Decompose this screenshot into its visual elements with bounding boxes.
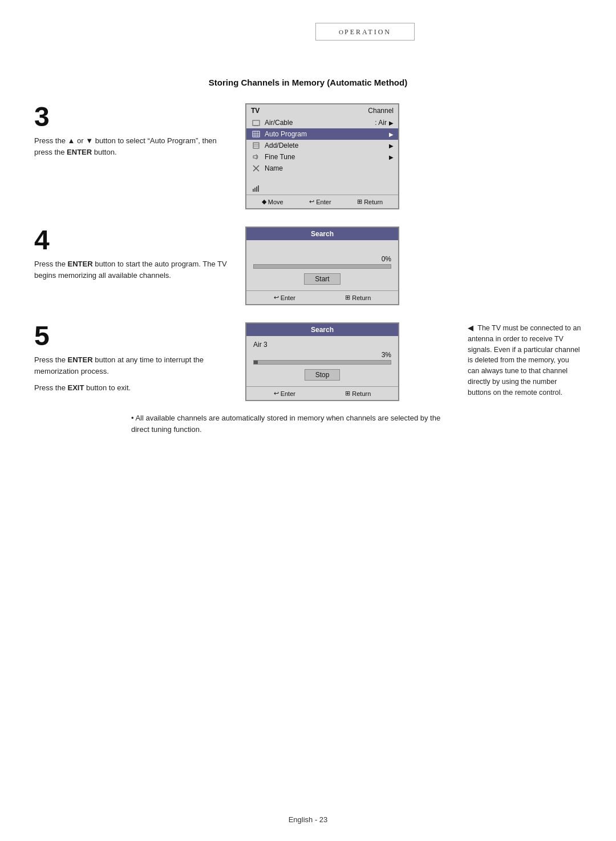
- step-5-left-block: 5 Press the ENTER button at any time to …: [34, 322, 456, 401]
- step-5-number: 5: [34, 322, 234, 350]
- menu-row-aircable: Air/Cable : Air ▶: [246, 117, 398, 128]
- svg-rect-18: [258, 185, 259, 192]
- step-5-desc: Press the ENTER button at any time to in…: [34, 354, 234, 377]
- search-body-5: Air 3 3% Stop: [246, 336, 398, 386]
- search-footer-4: ↩ Enter ⊞ Return: [246, 290, 398, 304]
- step-4-desc: Press the ENTER button to start the auto…: [34, 258, 234, 281]
- search-body-4: 0% Start: [246, 240, 398, 290]
- step-4: 4 Press the ENTER button to start the au…: [34, 227, 582, 305]
- arrow-autoprogram: ▶: [389, 131, 394, 138]
- start-button[interactable]: Start: [304, 273, 340, 285]
- list-icon: [251, 141, 261, 149]
- menu-text-finetune: Fine Tune: [265, 153, 389, 161]
- tv-label: TV: [251, 107, 260, 115]
- svg-rect-17: [256, 187, 257, 192]
- footer-enter-label: Enter: [316, 199, 331, 205]
- speaker-icon: [251, 153, 261, 161]
- header-title: OPERATION: [339, 27, 391, 36]
- section-title: Storing Channels in Memory (Automatic Me…: [34, 78, 582, 87]
- search-progress-fill-5: [254, 361, 258, 364]
- search-progress-bar-4: [253, 264, 391, 269]
- move-icon: ◆: [262, 198, 266, 205]
- step-5-extra: Press the EXIT button to exit.: [34, 382, 234, 394]
- menu-text-adddelete: Add/Delete: [265, 141, 389, 149]
- enter-icon-4: ↩: [274, 294, 279, 301]
- svg-rect-4: [253, 131, 260, 137]
- footer-enter-5: ↩ Enter: [274, 390, 295, 397]
- menu-text-autoprogram: Auto Program: [265, 130, 389, 138]
- step-5-left: 5 Press the ENTER button at any time to …: [34, 322, 245, 394]
- menu-row-finetune: Fine Tune ▶: [246, 151, 398, 163]
- svg-rect-9: [253, 143, 259, 148]
- header-box: OPERATION: [315, 23, 415, 41]
- step-3-number: 3: [34, 103, 234, 131]
- search-header-5: Search: [246, 324, 398, 336]
- step-3-desc: Press the ▲ or ▼ button to select “Auto …: [34, 135, 234, 157]
- svg-rect-16: [254, 188, 256, 192]
- step-3-screen: TV Channel Air/Cable : Air ▶: [245, 103, 399, 209]
- menu-row-name: Name: [246, 163, 398, 174]
- svg-rect-0: [253, 120, 260, 126]
- arrow-adddelete: ▶: [389, 143, 394, 149]
- menu-row-autoprogram: Auto Program ▶: [246, 128, 398, 140]
- search-channel-5: Air 3: [253, 341, 391, 349]
- footer-move: ◆ Move: [262, 198, 283, 205]
- stop-button[interactable]: Stop: [305, 369, 341, 381]
- svg-marker-12: [253, 155, 257, 159]
- menu-row-adddelete: Add/Delete ▶: [246, 140, 398, 151]
- grid-icon: [251, 130, 261, 138]
- footer-move-label: Move: [268, 199, 283, 205]
- footer-return-label-4: Return: [352, 294, 371, 301]
- footer-return: ⊞ Return: [357, 198, 383, 205]
- arrow-finetune: ▶: [389, 154, 394, 160]
- step-5-container: 5 Press the ENTER button at any time to …: [34, 322, 582, 401]
- search-header-4: Search: [246, 228, 398, 240]
- menu-value-aircable: : Air: [375, 119, 387, 127]
- menu-row-empty: [246, 174, 398, 183]
- page-footer: English - 23: [0, 815, 616, 824]
- x-icon: [251, 164, 261, 172]
- search-channel-4: [253, 245, 391, 253]
- enter-icon-5: ↩: [274, 390, 279, 397]
- footer-return-5: ⊞ Return: [345, 390, 371, 397]
- tv-menu-items: Air/Cable : Air ▶ Auto Program ▶: [246, 117, 398, 195]
- search-progress-bar-5: [253, 360, 391, 365]
- step-4-number: 4: [34, 227, 234, 254]
- search-btn-5: Stop: [253, 369, 391, 381]
- side-note-arrow: ◀: [468, 322, 473, 334]
- search-percent-5: 3%: [253, 351, 391, 359]
- side-note-text: The TV must be connected to an antenna i…: [468, 324, 581, 397]
- tv-screen-footer: ◆ Move ↩ Enter ⊞ Return: [246, 195, 398, 208]
- footer-return-4: ⊞ Return: [345, 294, 371, 301]
- side-note: ◀ The TV must be connected to an antenna…: [456, 322, 582, 398]
- footer-enter: ↩ Enter: [309, 198, 331, 205]
- search-percent-4: 0%: [253, 255, 391, 263]
- step-5-screen: Search Air 3 3% Stop ↩ Enter: [245, 322, 399, 401]
- arrow-aircable: ▶: [389, 120, 394, 126]
- svg-rect-15: [253, 189, 254, 192]
- menu-text-aircable: Air/Cable: [265, 119, 375, 127]
- footer-enter-label-4: Enter: [281, 294, 295, 301]
- page-container: OPERATION Storing Channels in Memory (Au…: [0, 0, 616, 841]
- return-icon-4: ⊞: [345, 294, 350, 301]
- search-btn-4: Start: [253, 273, 391, 285]
- menu-row-signal: [246, 183, 398, 195]
- step-3-left: 3 Press the ▲ or ▼ button to select “Aut…: [34, 103, 245, 157]
- step-4-left: 4 Press the ENTER button to start the au…: [34, 227, 245, 281]
- menu-text-name: Name: [265, 164, 394, 172]
- tv-screen-header: TV Channel: [246, 104, 398, 117]
- step-3: 3 Press the ▲ or ▼ button to select “Aut…: [34, 103, 582, 209]
- footer-return-label: Return: [364, 199, 383, 205]
- footer-enter-label-5: Enter: [281, 390, 295, 397]
- signal-icon: [251, 185, 261, 193]
- return-icon-5: ⊞: [345, 390, 350, 397]
- enter-icon: ↩: [309, 198, 314, 205]
- bullet-note: All available channels are automatically…: [131, 413, 445, 435]
- footer-enter-4: ↩ Enter: [274, 294, 295, 301]
- search-footer-5: ↩ Enter ⊞ Return: [246, 386, 398, 400]
- step-4-screen: Search 0% Start ↩ Enter ⊞ Return: [245, 227, 399, 305]
- channel-label: Channel: [368, 107, 394, 115]
- return-icon: ⊞: [357, 198, 362, 205]
- tv-icon: [251, 119, 261, 127]
- footer-return-label-5: Return: [352, 390, 371, 397]
